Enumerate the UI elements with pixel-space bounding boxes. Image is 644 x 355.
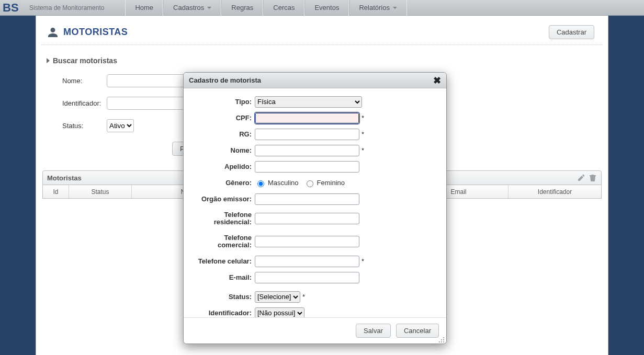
cadastrar-button[interactable]: Cadastrar: [549, 25, 594, 39]
menu-eventos-label: Eventos: [314, 4, 339, 12]
status-select[interactable]: [Selecione]: [255, 291, 300, 303]
page-header: MOTORISTAS Cadastrar: [41, 16, 603, 45]
cpf-input[interactable]: [255, 112, 359, 124]
menu-relatorios[interactable]: Relatórios: [349, 0, 407, 16]
search-header-label: Buscar motoristas: [53, 56, 117, 65]
genero-masculino-option[interactable]: Masculino: [255, 179, 299, 187]
label-cpf: CPF:: [187, 114, 255, 122]
trash-icon[interactable]: [589, 174, 597, 182]
menu-regras[interactable]: Regras: [221, 0, 263, 16]
dialog-footer: Salvar Cancelar: [184, 317, 446, 343]
col-id[interactable]: Id: [43, 185, 69, 198]
menu-regras-label: Regras: [231, 4, 253, 12]
chevron-down-icon: [207, 7, 211, 9]
page-title-text: MOTORISTAS: [63, 27, 128, 38]
label-email: E-mail:: [187, 273, 255, 281]
svg-rect-4: [443, 341, 444, 342]
cancelar-button[interactable]: Cancelar: [396, 324, 439, 338]
resize-grip-icon[interactable]: [438, 335, 445, 342]
tel-res-input[interactable]: [255, 213, 359, 224]
col-status[interactable]: Status: [69, 185, 132, 198]
dialog-titlebar[interactable]: Cadastro de motorista ✖: [184, 73, 446, 88]
label-tel-cel: Telefone celular:: [187, 257, 255, 265]
menu-home[interactable]: Home: [125, 0, 163, 16]
svg-rect-3: [441, 339, 442, 340]
salvar-button[interactable]: Salvar: [356, 324, 391, 338]
svg-text:BS: BS: [3, 2, 19, 14]
label-nome: Nome:: [187, 146, 255, 154]
close-icon[interactable]: ✖: [433, 75, 441, 86]
label-ident: Identificador:: [187, 309, 255, 317]
page-title: MOTORISTAS: [47, 26, 128, 39]
svg-rect-5: [441, 341, 442, 342]
menu-cadastros-label: Cadastros: [173, 4, 204, 12]
search-header[interactable]: Buscar motoristas: [47, 56, 597, 65]
tel-com-input[interactable]: [255, 236, 359, 247]
search-ident-label: Identificador:: [47, 99, 107, 107]
menu-cadastros[interactable]: Cadastros: [163, 0, 221, 16]
genero-masculino-radio[interactable]: [257, 180, 264, 187]
search-nome-label: Nome:: [47, 77, 107, 85]
topbar: BS Sistema de Monitoramento Home Cadastr…: [0, 0, 644, 16]
required-marker: *: [361, 257, 364, 265]
dialog-body: Tipo: Física CPF: * RG: * Nome: * Apelid…: [184, 88, 446, 317]
rg-input[interactable]: [255, 129, 359, 140]
ident-select[interactable]: [Não possui]: [255, 307, 304, 318]
label-status: Status:: [187, 293, 255, 301]
orgao-input[interactable]: [255, 193, 359, 205]
label-tel-com: Telefonecomercial:: [187, 234, 255, 249]
grid-title: Motoristas: [47, 174, 82, 182]
label-orgao: Orgão emissor:: [187, 195, 255, 203]
edit-icon[interactable]: [577, 174, 585, 182]
dialog-cadastro-motorista: Cadastro de motorista ✖ Tipo: Física CPF…: [183, 72, 447, 344]
label-rg: RG:: [187, 130, 255, 138]
disclosure-right-icon: [47, 58, 50, 63]
required-marker: *: [361, 146, 364, 154]
chevron-down-icon: [393, 7, 397, 9]
apelido-input[interactable]: [255, 161, 359, 173]
required-marker: *: [361, 130, 364, 138]
label-tel-res: Telefoneresidencial:: [187, 211, 255, 226]
svg-rect-6: [439, 341, 440, 342]
nome-input[interactable]: [255, 145, 359, 156]
dialog-title: Cadastro de motorista: [189, 76, 261, 84]
label-genero: Gênero:: [187, 179, 255, 187]
genero-masculino-label: Masculino: [268, 179, 299, 187]
genero-feminino-label: Feminino: [317, 179, 345, 187]
menu-relatorios-label: Relatórios: [359, 4, 390, 12]
search-status-select[interactable]: Ativo: [107, 119, 134, 132]
col-ident[interactable]: Identificador: [509, 185, 601, 198]
svg-rect-1: [443, 337, 444, 338]
app-subtitle: Sistema de Monitoramento: [26, 4, 104, 12]
main-menu: Home Cadastros Regras Cercas Eventos Rel…: [125, 0, 407, 16]
label-apelido: Apelido:: [187, 163, 255, 170]
genero-feminino-radio[interactable]: [307, 180, 313, 187]
email-input[interactable]: [255, 272, 359, 283]
required-marker: *: [302, 293, 305, 301]
tel-cel-input[interactable]: [255, 256, 359, 267]
genero-feminino-option[interactable]: Feminino: [304, 179, 345, 187]
required-marker: *: [361, 114, 364, 122]
search-status-label: Status:: [47, 122, 107, 130]
menu-cercas-label: Cercas: [273, 4, 295, 12]
tipo-select[interactable]: Física: [255, 96, 362, 108]
person-icon: [47, 26, 59, 39]
logo: BS: [0, 0, 26, 16]
label-tipo: Tipo:: [187, 98, 255, 106]
menu-eventos[interactable]: Eventos: [304, 0, 349, 16]
svg-rect-2: [443, 339, 444, 340]
menu-home-label: Home: [135, 4, 153, 12]
menu-cercas[interactable]: Cercas: [263, 0, 304, 16]
